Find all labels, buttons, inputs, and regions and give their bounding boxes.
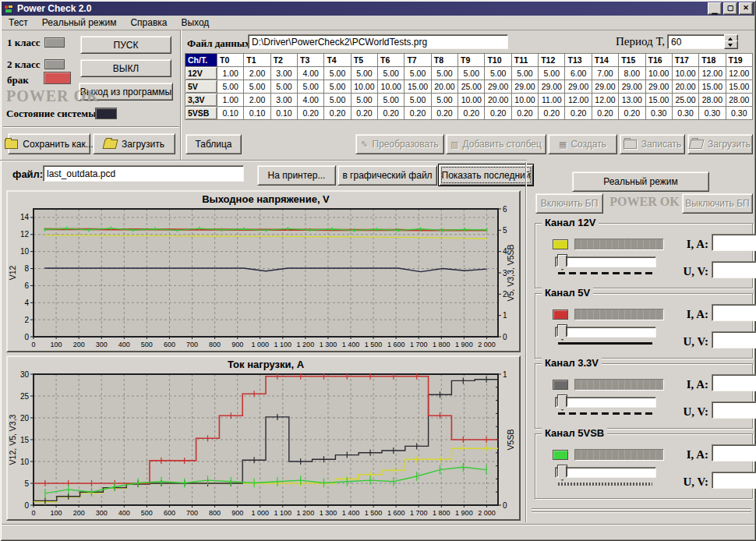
channel-slider[interactable] [555,397,656,408]
table-cell[interactable]: 29.00 [511,80,538,94]
psu-on-button[interactable]: Включить БП [535,193,603,214]
table-cell[interactable]: 0.30 [645,107,672,120]
channel-slider[interactable] [555,327,656,338]
table-cell[interactable]: 5.00 [324,80,351,94]
voltage-input[interactable] [712,472,756,489]
column-header[interactable]: T15 [619,54,645,67]
table-cell[interactable]: 10.00 [378,80,404,94]
table-cell[interactable]: 29.00 [539,80,565,94]
table-cell[interactable]: 5.00 [324,67,351,80]
table-cell[interactable]: 29.00 [619,80,645,94]
column-header[interactable]: T6 [378,54,404,67]
table-cell[interactable]: 0.20 [565,107,592,120]
table-cell[interactable]: 20.00 [672,80,698,94]
table-cell[interactable]: 7.00 [592,67,618,80]
table-cell[interactable]: 0.20 [431,107,457,120]
column-header[interactable]: T10 [485,54,511,67]
table-cell[interactable]: 3.00 [270,67,297,80]
to-printer-button[interactable]: На принтер... [257,165,336,186]
column-header[interactable]: T11 [511,54,538,67]
close-icon[interactable]: ✕ [739,2,753,15]
write-button[interactable]: Записать [620,134,685,154]
period-input[interactable] [667,34,725,49]
load-button[interactable]: Загрузить [93,133,175,154]
column-header[interactable]: T3 [298,54,324,67]
table-cell[interactable]: 5.00 [378,94,404,107]
menu-item-тест[interactable]: Тест [2,16,35,30]
table-cell[interactable]: 0.30 [699,107,726,120]
table-cell[interactable]: 4.00 [298,67,324,80]
table-cell[interactable]: 10.00 [511,94,538,107]
table-cell[interactable]: 28.00 [699,94,726,107]
table-cell[interactable]: 2.00 [244,94,270,107]
table-cell[interactable]: 29.00 [565,80,592,94]
table-cell[interactable]: 5.00 [511,67,538,80]
save-as-button[interactable]: Сохранить как... [8,133,90,154]
table-cell[interactable]: 5.00 [351,94,377,107]
slider-thumb[interactable] [557,254,567,270]
table-cell[interactable]: 10.00 [458,94,485,107]
column-header[interactable]: T1 [244,54,270,67]
row-header[interactable]: 3,3V [185,94,217,107]
table-cell[interactable]: 0.20 [485,107,511,120]
table-cell[interactable]: 0.30 [672,107,698,120]
table-cell[interactable]: 29.00 [592,80,618,94]
row-header[interactable]: 5VSB [185,107,217,120]
table-cell[interactable]: 0.20 [511,107,538,120]
to-graphic-file-button[interactable]: в графический файл [337,165,437,186]
column-header[interactable]: T19 [726,54,752,67]
table-cell[interactable]: 5.00 [431,67,457,80]
column-header[interactable]: T0 [217,54,244,67]
table-cell[interactable]: 5.00 [404,94,431,107]
table-cell[interactable]: 15.00 [645,94,672,107]
table-cell[interactable]: 0.20 [351,107,377,120]
table-cell[interactable]: 0.20 [298,107,324,120]
table-cell[interactable]: 11.00 [539,94,565,107]
column-header[interactable]: T5 [351,54,377,67]
table-cell[interactable]: 0.20 [404,107,431,120]
slider-thumb[interactable] [557,465,567,481]
column-header[interactable]: T4 [324,54,351,67]
create-button[interactable]: ▦ Создать [548,134,617,154]
table-cell[interactable]: 25.00 [672,94,698,107]
table-cell[interactable]: 0.10 [217,107,244,120]
real-mode-button[interactable]: Реальный режим [572,171,709,192]
table-cell[interactable]: 0.20 [458,107,485,120]
table-cell[interactable]: 5.00 [298,80,324,94]
table-cell[interactable]: 25.00 [458,80,485,94]
table-cell[interactable]: 0.20 [592,107,618,120]
column-header[interactable]: T13 [565,54,592,67]
table-cell[interactable]: 5.00 [351,67,377,80]
add-column-button[interactable]: ▥ Добавить столбец [446,134,546,154]
current-input[interactable] [712,444,756,461]
table-cell[interactable]: 2.00 [244,67,270,80]
spinner-down-icon[interactable] [724,41,738,49]
table-cell[interactable]: 20.00 [431,80,457,94]
column-header[interactable]: T9 [458,54,485,67]
start-button[interactable]: ПУСК [80,36,171,54]
column-header[interactable]: T18 [699,54,726,67]
table-cell[interactable]: 15.00 [726,80,752,94]
column-header[interactable]: T17 [672,54,698,67]
channel-slider[interactable] [555,256,656,267]
table-cell[interactable]: 0.20 [619,107,645,120]
minimize-icon[interactable]: ▁ [708,2,722,15]
table-cell[interactable]: 1.00 [217,94,244,107]
table-cell[interactable]: 5.00 [404,67,431,80]
table-cell[interactable]: 12.00 [699,67,726,80]
current-input[interactable] [712,304,756,321]
convert-button[interactable]: ✎ Преобразовать [355,134,444,154]
table-cell[interactable]: 0.20 [378,107,404,120]
table-cell[interactable]: 5.00 [485,67,511,80]
menu-item-реальный-режим[interactable]: Реальный режим [35,16,124,30]
table-cell[interactable]: 12.00 [726,67,752,80]
table-cell[interactable]: 12.00 [565,94,592,107]
table-button[interactable]: Таблица [185,134,242,154]
current-input[interactable] [712,374,756,391]
current-input[interactable] [712,234,756,251]
table-cell[interactable]: 5.00 [458,67,485,80]
menu-item-справка[interactable]: Справка [123,16,174,30]
slider-thumb[interactable] [557,324,567,341]
table-cell[interactable]: 13.00 [619,94,645,107]
table-cell[interactable]: 15.00 [699,80,726,94]
